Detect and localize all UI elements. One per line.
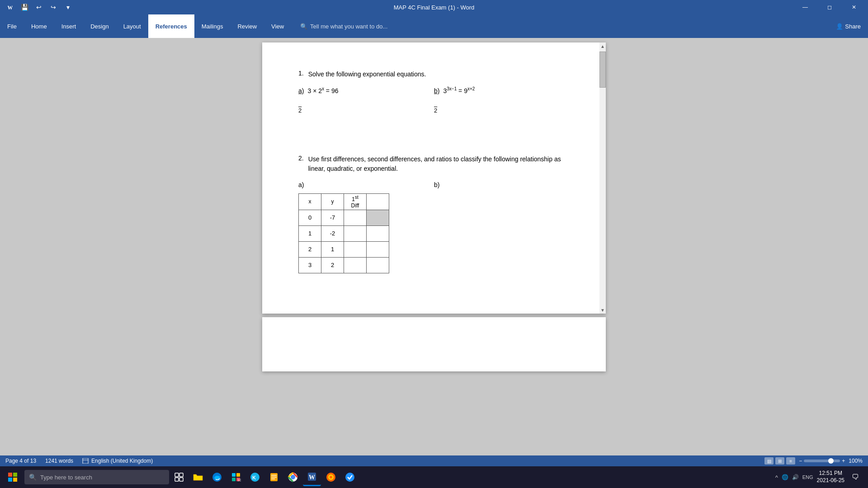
q1a-score: 2 [298,107,434,114]
svg-text:K: K [252,475,256,480]
svg-rect-11 [179,478,183,481]
svg-rect-21 [271,475,277,476]
tab-layout[interactable]: Layout [116,14,148,38]
q1b-score: 2 [434,107,570,114]
chrome-button[interactable] [284,468,302,486]
zoom-thumb[interactable] [828,458,834,464]
scrollbar[interactable]: ▲ ▼ [599,42,606,314]
files-button[interactable] [265,468,283,486]
cell-extra3 [367,257,389,273]
ribbon-right: 👤 Share [836,14,868,38]
word-count: 1241 words [45,458,73,464]
zoom-slider[interactable] [804,460,840,462]
view-icons: ▤ ⊞ ≡ [764,457,795,465]
edge-icon [212,472,222,482]
status-bar: Page 4 of 13 1241 words English (United … [0,455,868,466]
files-icon [269,472,279,482]
cell-diff2 [344,241,367,257]
tab-mailings[interactable]: Mailings [194,14,231,38]
title-bar: W 💾 ↩ ↪ ▾ MAP 4C Final Exam (1) - Word —… [0,0,868,14]
tab-design[interactable]: Design [83,14,116,38]
cell-x3: 3 [299,257,321,273]
speaker-icon: 🔊 [792,474,799,480]
word-icon[interactable]: W [4,1,16,14]
kodi-icon: K [250,472,260,482]
svg-rect-23 [271,479,275,479]
word-taskbar-button[interactable]: W [303,468,321,486]
firefox-button[interactable] [322,468,340,486]
cell-x0: 0 [299,210,321,225]
svg-rect-7 [13,478,17,482]
question-1: 1. Solve the following exponential equat… [298,70,570,114]
language-indicator: English (United Kingdom) [82,458,153,464]
edge-button[interactable] [208,468,226,486]
clock: 12:51 PM 2021-06-25 [817,470,844,484]
task-view-icon [175,473,184,482]
cell-diff1 [344,225,367,241]
document-page-lower [262,317,606,371]
share-button[interactable]: 👤 Share [836,23,861,30]
q1b-score-val: 2 [434,107,437,114]
cell-diff0 [344,210,367,225]
outline-btn[interactable]: ≡ [786,457,795,465]
store-button[interactable]: 10 [227,468,245,486]
restore-button[interactable]: ◻ [819,0,840,14]
minimize-button[interactable]: — [795,0,816,14]
page-info: Page 4 of 13 [5,458,36,464]
task-view-button[interactable] [170,468,188,486]
file-explorer-button[interactable] [189,468,207,486]
svg-rect-6 [8,478,12,482]
cell-x1: 1 [299,225,321,241]
close-button[interactable]: ✕ [844,0,864,14]
tab-view[interactable]: View [264,14,291,38]
cell-y3: 2 [321,257,344,273]
tab-home[interactable]: Home [24,14,54,38]
tab-review[interactable]: Review [230,14,264,38]
table-row: 3 2 [299,257,389,273]
redo-quickaccess[interactable]: ↪ [47,1,60,14]
zoom-in-btn[interactable]: + [842,458,845,464]
svg-text:W: W [8,5,13,11]
svg-rect-9 [179,473,183,477]
svg-rect-13 [232,473,236,477]
tab-references[interactable]: References [148,14,194,38]
q1-part-a: a) 3 × 2x = 96 [298,86,434,94]
window-title: MAP 4C Final Exam (1) - Word [394,4,475,11]
search-icon: 🔍 [300,23,307,30]
tab-file[interactable]: File [0,14,24,38]
zoom-out-btn[interactable]: − [799,458,802,464]
q2-part-b-container: b) [434,181,570,273]
undo-quickaccess[interactable]: ↩ [33,1,45,14]
print-layout-btn[interactable]: ▤ [764,457,774,465]
save-quickaccess[interactable]: 💾 [18,1,31,14]
svg-rect-22 [271,477,277,478]
table-row: 1 -2 [299,225,389,241]
q2-text: Use first differences, second difference… [308,155,570,174]
windows-logo [8,472,18,482]
date: 2021-06-25 [817,477,844,484]
web-layout-btn[interactable]: ⊞ [775,457,784,465]
svg-point-31 [330,476,332,479]
svg-rect-8 [175,473,179,477]
svg-rect-5 [13,473,17,477]
start-button[interactable] [2,466,24,488]
cell-extra2 [367,241,389,257]
file-explorer-icon [193,473,203,482]
title-bar-left: W 💾 ↩ ↪ ▾ [4,1,74,14]
app-button[interactable] [341,468,359,486]
kodi-button[interactable]: K [246,468,264,486]
tab-insert[interactable]: Insert [54,14,84,38]
cell-extra1 [367,225,389,241]
search-hint: Tell me what you want to do... [310,23,387,30]
ribbon-search[interactable]: 🔍 Tell me what you want to do... [300,14,387,38]
customize-quickaccess[interactable]: ▾ [61,1,74,14]
notification-button[interactable]: 🗨 [848,470,863,484]
taskbar: 🔍 Type here to search 10 [0,466,868,488]
taskbar-search[interactable]: 🔍 Type here to search [24,470,169,484]
language-tray: ENG [802,474,813,480]
svg-point-26 [291,475,295,479]
show-hidden-icons[interactable]: ^ [775,474,778,481]
document-container: 1. Solve the following exponential equat… [0,38,868,455]
scroll-thumb[interactable] [599,52,606,88]
q2-number: 2. [298,155,304,162]
